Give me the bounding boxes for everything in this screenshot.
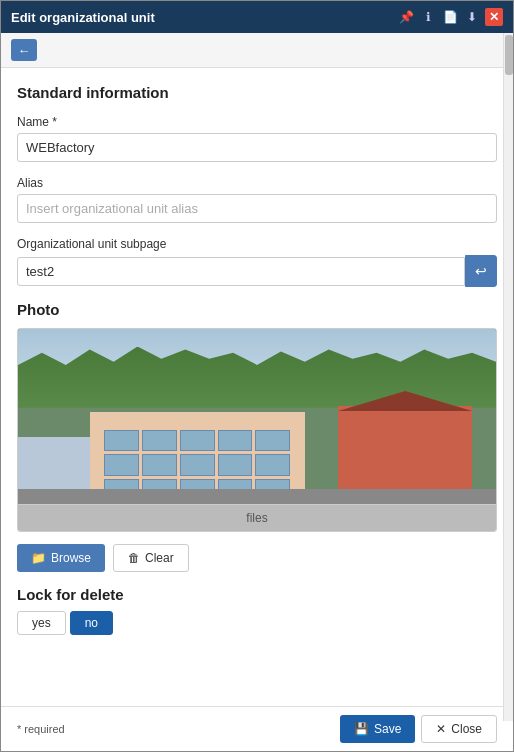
- building-right-roof: [338, 391, 472, 411]
- reset-icon: ↩: [475, 263, 487, 279]
- download-icon[interactable]: ⬇: [463, 8, 481, 26]
- lock-yes-label: yes: [32, 616, 51, 630]
- pin-icon[interactable]: 📌: [397, 8, 415, 26]
- file-buttons-row: 📁 Browse 🗑 Clear: [17, 544, 497, 572]
- footer: * required 💾 Save ✕ Close: [1, 706, 513, 751]
- alias-label: Alias: [17, 176, 497, 190]
- close-icon[interactable]: ✕: [485, 8, 503, 26]
- scrollbar-track[interactable]: [503, 33, 513, 721]
- window-title: Edit organizational unit: [11, 10, 155, 25]
- subpage-label: Organizational unit subpage: [17, 237, 497, 251]
- scrollbar-thumb[interactable]: [505, 35, 513, 75]
- building-scene: [18, 329, 496, 504]
- browse-button[interactable]: 📁 Browse: [17, 544, 105, 572]
- save-button[interactable]: 💾 Save: [340, 715, 415, 743]
- content-area: Standard information Name * Alias Organi…: [1, 68, 513, 706]
- browse-icon: 📁: [31, 551, 46, 565]
- back-arrow-icon: ←: [18, 43, 31, 58]
- browse-label: Browse: [51, 551, 91, 565]
- alias-input[interactable]: [17, 194, 497, 223]
- subpage-reset-button[interactable]: ↩: [465, 255, 497, 287]
- subpage-input[interactable]: [17, 257, 465, 286]
- save-label: Save: [374, 722, 401, 736]
- clear-button[interactable]: 🗑 Clear: [113, 544, 189, 572]
- files-label: files: [246, 511, 267, 525]
- save-icon: 💾: [354, 722, 369, 736]
- clear-label: Clear: [145, 551, 174, 565]
- titlebar-icons: 📌 ℹ 📄 ⬇ ✕: [397, 8, 503, 26]
- lock-no-label: no: [85, 616, 98, 630]
- main-window: Edit organizational unit 📌 ℹ 📄 ⬇ ✕ ← Sta…: [0, 0, 514, 752]
- close-circle-icon: ✕: [436, 722, 446, 736]
- info-icon[interactable]: ℹ: [419, 8, 437, 26]
- lock-yes-button[interactable]: yes: [17, 611, 66, 635]
- trash-icon: 🗑: [128, 551, 140, 565]
- photo-section: Photo: [17, 301, 497, 532]
- footer-buttons: 💾 Save ✕ Close: [340, 715, 497, 743]
- lock-section: Lock for delete yes no: [17, 586, 497, 635]
- photo-footer: files: [18, 504, 496, 531]
- subpage-row: ↩: [17, 255, 497, 287]
- lock-no-button[interactable]: no: [70, 611, 113, 635]
- photo-title: Photo: [17, 301, 497, 318]
- name-label: Name *: [17, 115, 497, 129]
- buildings: [18, 382, 496, 505]
- lock-title: Lock for delete: [17, 586, 497, 603]
- road: [18, 489, 496, 504]
- close-label: Close: [451, 722, 482, 736]
- required-note: * required: [17, 723, 65, 735]
- toolbar: ←: [1, 33, 513, 68]
- back-button[interactable]: ←: [11, 39, 37, 61]
- titlebar: Edit organizational unit 📌 ℹ 📄 ⬇ ✕: [1, 1, 513, 33]
- standard-info-title: Standard information: [17, 84, 497, 101]
- name-field-group: Name *: [17, 115, 497, 162]
- name-input[interactable]: [17, 133, 497, 162]
- close-button[interactable]: ✕ Close: [421, 715, 497, 743]
- subpage-field-group: Organizational unit subpage ↩: [17, 237, 497, 287]
- doc-icon[interactable]: 📄: [441, 8, 459, 26]
- alias-field-group: Alias: [17, 176, 497, 223]
- photo-image: [18, 329, 496, 504]
- photo-container: files: [17, 328, 497, 532]
- lock-toggle-row: yes no: [17, 611, 497, 635]
